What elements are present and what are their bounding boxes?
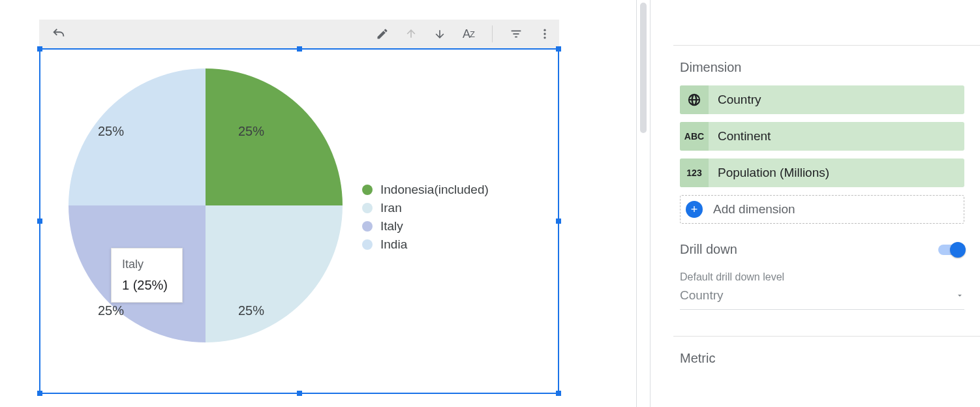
pie-slice-india[interactable] [69, 68, 206, 205]
legend-label: Iran [380, 201, 402, 215]
add-dimension-label: Add dimension [713, 202, 795, 217]
scrollbar-thumb[interactable] [640, 3, 647, 133]
chart-legend: Indonesia(included) Iran Italy India [362, 183, 489, 256]
svg-point-5 [544, 37, 545, 38]
dimension-chip-label: Continent [709, 129, 771, 143]
chart-tooltip: Italy 1 (25%) [111, 248, 183, 303]
legend-swatch [362, 203, 373, 213]
tooltip-title: Italy [122, 258, 168, 271]
legend-item[interactable]: Indonesia(included) [362, 183, 489, 197]
pie-slice-indonesia[interactable] [206, 68, 343, 205]
resize-handle[interactable] [37, 219, 42, 224]
default-drill-level-select[interactable]: Country [680, 283, 964, 310]
dimension-chip-label: Country [709, 93, 761, 107]
arrow-up-icon[interactable] [403, 26, 419, 42]
svg-point-3 [544, 29, 545, 31]
plus-icon: + [686, 201, 703, 218]
resize-handle[interactable] [37, 391, 42, 396]
resize-handle[interactable] [556, 391, 561, 396]
resize-handle[interactable] [297, 391, 302, 396]
vertical-scrollbar[interactable] [636, 0, 651, 407]
canvas-area: AZ 25% 25% 25% 25% [0, 0, 636, 407]
slice-label: 25% [98, 303, 124, 318]
undo-icon[interactable] [51, 26, 67, 42]
resize-handle[interactable] [556, 219, 561, 224]
legend-item[interactable]: Iran [362, 201, 489, 215]
dimension-chip-continent[interactable]: ABC Continent [680, 122, 964, 151]
properties-panel: Dimension Country ABC Continent 123 Popu… [673, 0, 980, 407]
dimension-chip-country[interactable]: Country [680, 85, 964, 114]
legend-swatch [362, 185, 373, 195]
chevron-down-icon [955, 291, 964, 300]
legend-label: Indonesia(included) [380, 183, 489, 197]
select-value: Country [680, 288, 724, 303]
legend-item[interactable]: India [362, 237, 489, 252]
legend-item[interactable]: Italy [362, 219, 489, 234]
filter-icon[interactable] [508, 26, 524, 42]
resize-handle[interactable] [297, 46, 302, 52]
toolbar-separator [492, 25, 493, 42]
edit-icon[interactable] [375, 26, 390, 42]
slice-label: 25% [98, 124, 124, 139]
dimension-chip-population[interactable]: 123 Population (Millions) [680, 158, 964, 187]
slice-label: 25% [238, 124, 264, 139]
default-drill-level-label: Default drill down level [680, 271, 964, 283]
number-icon: 123 [680, 158, 709, 187]
abc-icon: ABC [680, 122, 709, 151]
resize-handle[interactable] [556, 46, 561, 52]
legend-label: Italy [380, 219, 403, 234]
add-dimension-button[interactable]: + Add dimension [680, 195, 964, 224]
dimension-chip-label: Population (Millions) [709, 166, 829, 180]
legend-swatch [362, 221, 373, 232]
globe-icon [680, 85, 709, 114]
pie-svg [69, 68, 343, 342]
drill-down-label: Drill down [680, 242, 737, 257]
arrow-down-icon[interactable] [432, 26, 448, 42]
resize-handle[interactable] [37, 46, 42, 52]
legend-swatch [362, 239, 373, 250]
slice-label: 25% [238, 303, 264, 318]
more-icon[interactable] [537, 26, 553, 42]
tooltip-value: 1 (25%) [122, 278, 168, 293]
sort-az-icon[interactable]: AZ [461, 26, 476, 42]
chart-toolbar: AZ [39, 20, 559, 48]
dimension-section-title: Dimension [680, 60, 964, 75]
svg-point-4 [544, 33, 545, 35]
pie-slice-iran[interactable] [206, 205, 343, 342]
legend-label: India [380, 237, 407, 252]
toggle-knob [950, 242, 966, 258]
metric-section-title: Metric [680, 351, 964, 366]
pie-chart[interactable]: 25% 25% 25% 25% Indonesia(included) Iran… [49, 62, 551, 382]
drill-down-toggle[interactable] [938, 245, 964, 255]
